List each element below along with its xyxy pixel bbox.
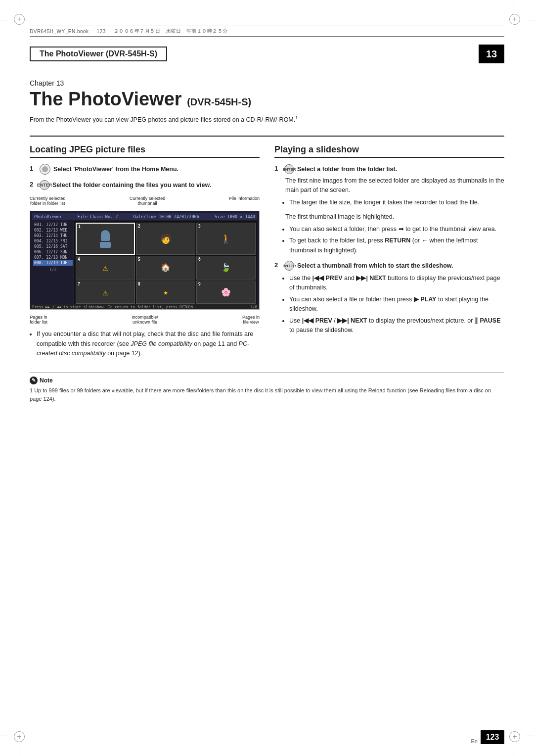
enter-icon-left-2: ENTER xyxy=(40,180,49,190)
meta-filename: DVR645H_WY_EN.book xyxy=(30,29,89,34)
step-right-2-bullet-1: Use the |◀◀ PREV and ▶▶| NEXT buttons to… xyxy=(289,274,504,293)
screenshot-labels-bottom: Pages infolder list Incompatible/unknown… xyxy=(30,315,260,325)
crop-tr-h xyxy=(526,20,534,20)
step-left-1-text: Select 'PhotoViewer' from the Home Menu. xyxy=(53,165,178,174)
crop-tl-h xyxy=(0,20,8,20)
step-right-1-body: The first nine images from the selected … xyxy=(285,176,504,195)
footnote-ref-1: 1 xyxy=(295,115,298,120)
dvr-main-grid: 1 2 🧑 xyxy=(74,221,257,305)
note-box: ✎ Note 1 Up to 999 files or 99 folders a… xyxy=(30,372,504,403)
dvr-folder-007: 007. 12/18 MON xyxy=(33,255,73,260)
two-columns: Locating JPEG picture files 1 Select 'Ph… xyxy=(30,136,504,363)
page-title: The PhotoViewer (DVR-545H-S) xyxy=(30,89,504,110)
step-right-1-text: Select a folder from the folder list. xyxy=(297,165,397,174)
chapter-number-box: 13 xyxy=(479,45,504,63)
dvr-header-file: File Chain No. 2 xyxy=(78,214,118,219)
step-left-2: 2 ENTER Select the folder containing the… xyxy=(30,181,260,190)
step-right-1-bullets: The larger the file size, the longer it … xyxy=(289,198,504,207)
screenshot-labels-top: Currently selectedfolder in folder list … xyxy=(30,196,260,206)
dvr-body: 001. 12/12 TUE 002. 12/13 WED 003. 12/14… xyxy=(32,221,257,305)
page-lang: En xyxy=(471,738,478,744)
step-right-1-bullet-1: The larger the file size, the longer it … xyxy=(289,198,504,207)
step-right-1-bullet2-2: To get back to the folder list, press RE… xyxy=(289,236,504,255)
page-title-main: The PhotoViewer xyxy=(30,89,182,109)
crop-bl-h xyxy=(0,736,8,736)
section-heading-right: Playing a slideshow xyxy=(274,144,504,158)
label-incompatible: Incompatible/unknown file xyxy=(132,315,158,325)
meta-page: 123 xyxy=(97,29,106,34)
chapter-label: Chapter 13 xyxy=(30,79,504,87)
main-content: Chapter 13 The PhotoViewer (DVR-545H-S) … xyxy=(30,71,504,716)
thumb-warning-icon-2: ⚠ xyxy=(103,287,108,297)
step-right-1-line: 1 ENTER Select a folder from the folder … xyxy=(274,165,504,174)
step-left-2-text: Select the folder containing the files y… xyxy=(52,181,211,190)
label-pages-file: Pages infile view xyxy=(242,315,260,325)
reg-mark-br xyxy=(509,731,520,742)
crop-br-h xyxy=(526,736,534,736)
step-left-1-line: 1 Select 'PhotoViewer' from the Home Men… xyxy=(30,165,260,175)
dvr-folder-003: 003. 12/14 THU xyxy=(33,233,73,238)
dvr-screenshot: PhotoViewer File Chain No. 2 Date/Time 1… xyxy=(30,211,260,310)
reg-mark-bl xyxy=(14,731,25,742)
dvr-folder-004: 004. 12/15 FRI xyxy=(33,238,73,244)
step-right-2: 2 ENTER Select a thumbnail from which to… xyxy=(274,261,504,335)
left-bullets: If you encounter a disc that will not pl… xyxy=(37,330,260,358)
step-right-2-bullet-3: Use |◀◀ PREV / ▶▶| NEXT to display the p… xyxy=(289,316,504,335)
crop-bl-v xyxy=(20,748,20,756)
dvr-folder-008: 008. 12/19 TUE xyxy=(33,260,73,266)
reg-mark-tr xyxy=(509,14,520,25)
dvr-header: PhotoViewer File Chain No. 2 Date/Time 1… xyxy=(32,213,257,220)
dvr-thumb-1: 1 xyxy=(76,223,135,255)
step-left-1-num: 1 xyxy=(30,165,37,172)
dvr-thumb-6: 6 🍃 xyxy=(196,256,256,280)
crop-tr-v xyxy=(514,0,514,8)
label-folder-list: Currently selectedfolder in folder list xyxy=(30,196,66,206)
dvr-header-title: PhotoViewer xyxy=(34,214,62,219)
meta-bar: DVR645H_WY_EN.book 123 ２００６年７月５日 水曜日 午前１… xyxy=(30,26,504,37)
crop-br-v xyxy=(514,748,514,756)
note-icon: ✎ xyxy=(30,377,38,384)
step-right-1: 1 ENTER Select a folder from the folder … xyxy=(274,165,504,255)
note-text: 1 Up to 999 files or 99 folders are view… xyxy=(30,386,504,403)
dvr-folder-001: 001. 12/12 TUE xyxy=(33,222,73,228)
left-bullet-1: If you encounter a disc that will not pl… xyxy=(37,330,260,358)
col-left: Locating JPEG picture files 1 Select 'Ph… xyxy=(30,144,260,363)
meta-langinfo: ２００６年７月５日 水曜日 午前１０時２５分 xyxy=(114,28,228,35)
page-number: 123 xyxy=(481,730,504,744)
dvr-bottom-bar: Press ▶▶ / ◀◀ to start slideshow. To ret… xyxy=(30,304,259,310)
page-title-sub: (DVR-545H-S) xyxy=(187,96,251,107)
step-right-2-num: 2 xyxy=(274,261,281,269)
step-right-1-bullet2-1: You can also select a folder, then press… xyxy=(289,225,504,234)
chapter-title-box: The PhotoViewer (DVR-545H-S) xyxy=(30,47,167,61)
label-thumbnail: Currently selectedthumbnail xyxy=(130,196,166,206)
dvr-sidebar: 001. 12/12 TUE 002. 12/13 WED 003. 12/14… xyxy=(32,221,74,305)
step-left-1: 1 Select 'PhotoViewer' from the Home Men… xyxy=(30,165,260,175)
reg-mark-tl xyxy=(14,14,25,25)
step-right-2-bullet-2: You can also select a file or folder the… xyxy=(289,295,504,314)
crop-tl-v xyxy=(20,0,20,8)
dvr-thumb-5: 5 🏠 xyxy=(136,256,195,280)
step-left-2-num: 2 xyxy=(30,181,37,188)
dvr-folder-002: 002. 12/13 WED xyxy=(33,228,73,233)
dvr-thumb-8: 8 ★ xyxy=(136,281,195,304)
step-right-1-bullets2: You can also select a folder, then press… xyxy=(289,225,504,255)
dvr-bottom-text: Press ▶▶ / ◀◀ to start slideshow. To ret… xyxy=(32,305,195,309)
step-right-2-bullets: Use the |◀◀ PREV and ▶▶| NEXT buttons to… xyxy=(289,274,504,335)
home-menu-icon-inner xyxy=(42,166,48,172)
dvr-thumb-3: 3 🚶 xyxy=(196,223,256,255)
dvr-thumb-4: 4 ⚠ xyxy=(76,256,135,280)
step-right-2-text: Select a thumbnail from which to start t… xyxy=(297,261,453,271)
chapter-header: The PhotoViewer (DVR-545H-S) 13 xyxy=(30,45,504,63)
dvr-screen: PhotoViewer File Chain No. 2 Date/Time 1… xyxy=(30,211,259,310)
col-right: Playing a slideshow 1 ENTER Select a fol… xyxy=(274,144,504,363)
home-menu-icon xyxy=(40,164,50,175)
step-right-1-body2: The first thumbnail image is highlighted… xyxy=(285,212,504,222)
dvr-file-page: 1/8 xyxy=(250,305,257,309)
thumb-warning-icon: ⚠ xyxy=(103,262,108,273)
step-left-2-line: 2 ENTER Select the folder containing the… xyxy=(30,181,260,190)
step-right-2-line: 2 ENTER Select a thumbnail from which to… xyxy=(274,261,504,271)
enter-icon-right-2: ENTER xyxy=(284,261,294,271)
label-file-info: File information xyxy=(229,196,260,206)
dvr-thumb-9: 9 🌸 xyxy=(196,281,256,304)
dvr-folder-005: 005. 12/16 SAT xyxy=(33,244,73,249)
